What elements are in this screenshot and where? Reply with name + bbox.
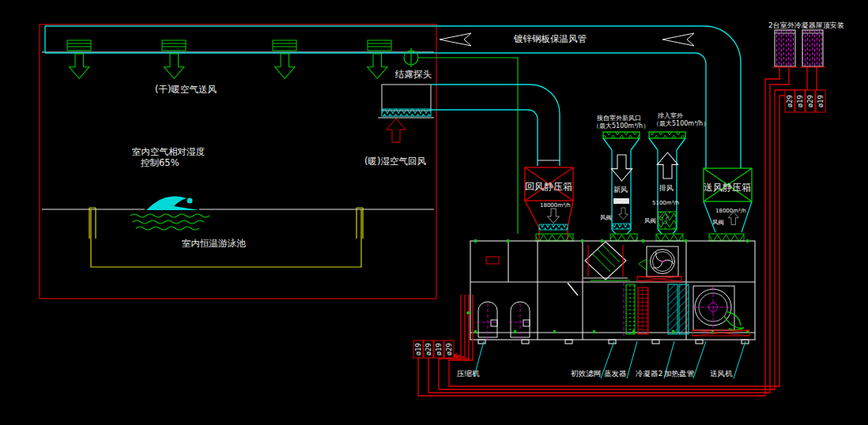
pipe-size-label: ø19 bbox=[817, 95, 825, 107]
right-pipe-labels: ø29 ø19 ø29 ø19 bbox=[785, 90, 825, 112]
return-plenum-label: 回风静压箱 bbox=[525, 181, 572, 192]
condensers-label: 2台室外冷凝器屋顶安装 bbox=[768, 21, 844, 29]
pipe-size-label: ø29 bbox=[806, 95, 814, 107]
hvac-pool-dehumidification-diagram: 镀锌钢板保温风管 (干)暖空气送风 室内空气相对湿度 控制65% 室内恒温游泳池… bbox=[0, 0, 868, 425]
exhaust-flow-label: 排风 bbox=[659, 184, 674, 192]
filter-strip bbox=[626, 284, 635, 334]
fresh-air-valve-label: 风阀 bbox=[600, 214, 612, 221]
fresh-air-title-line1: 接自室外新风口 bbox=[597, 115, 641, 122]
exhaust-title-line2: （最大5100m³/h） bbox=[653, 120, 709, 127]
pool-label: 室内恒温游泳池 bbox=[182, 238, 246, 249]
fresh-air-flow-label: 新风 bbox=[613, 186, 628, 194]
condenser-coil bbox=[668, 284, 677, 334]
supply-plenum-flow: 18000m³/h bbox=[715, 208, 746, 214]
supply-plenum-valve-label: 风阀 bbox=[712, 219, 724, 226]
return-air-label: (暖)湿空气回风 bbox=[364, 156, 426, 167]
pipe-size-label: ø29 bbox=[445, 343, 453, 355]
fresh-air-flex bbox=[613, 224, 630, 229]
pipe-size-label: ø29 bbox=[786, 95, 794, 107]
cad-drawing-canvas: 镀锌钢板保温风管 (干)暖空气送风 室内空气相对湿度 控制65% 室内恒温游泳池… bbox=[0, 0, 868, 425]
humidity-label-line2: 控制65% bbox=[141, 157, 179, 168]
left-pipe-labels: ø19 ø29 ø19 ø29 bbox=[413, 340, 454, 358]
fresh-air-damper bbox=[613, 198, 629, 204]
pipe-size-label: ø19 bbox=[796, 95, 804, 107]
supply-plenum-label: 送风静压箱 bbox=[704, 182, 751, 193]
component-label-prefilter: 初效滤网 bbox=[571, 369, 601, 378]
pipe-size-label: ø19 bbox=[435, 343, 443, 355]
pipe-size-label: ø19 bbox=[414, 343, 422, 355]
component-label-evaporator: 蒸发器 bbox=[604, 369, 627, 378]
exhaust-valve-label: 风阀 bbox=[644, 217, 656, 224]
pipe-size-label: ø29 bbox=[425, 343, 432, 355]
supply-air-label: (干)暖空气送风 bbox=[155, 84, 217, 95]
exhaust-damper-box bbox=[659, 212, 676, 229]
humidity-label-line1: 室内空气相对湿度 bbox=[132, 146, 206, 157]
component-label-compressor: 压缩机 bbox=[457, 369, 480, 378]
component-label-condenser: 冷凝器2 bbox=[636, 369, 663, 378]
pipe-joint bbox=[466, 311, 470, 314]
exhaust-title-line1: 排入室外 bbox=[658, 112, 683, 119]
main-duct-label: 镀锌钢板保温风管 bbox=[513, 33, 587, 44]
component-label-heating-coil: 加热盘管 bbox=[664, 369, 695, 378]
component-label-supply-fan: 送风机 bbox=[710, 369, 733, 378]
heating-coil bbox=[679, 284, 689, 334]
exhaust-flow-rate: 5100m³/h bbox=[652, 200, 679, 206]
return-plenum-flex bbox=[539, 224, 568, 230]
fresh-air-title-line2: （最大5100m³/h） bbox=[593, 122, 649, 130]
probe-label: 结露探头 bbox=[394, 69, 432, 80]
evaporator-coil bbox=[638, 288, 648, 334]
return-plenum-flow: 18000m³/h bbox=[540, 202, 571, 209]
